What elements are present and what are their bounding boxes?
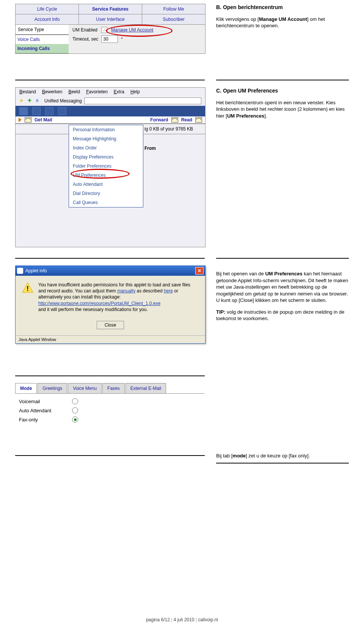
tab-follow-me[interactable]: Follow Me	[142, 4, 205, 14]
menu-display-preferences[interactable]: Display Preferences	[69, 152, 143, 162]
separator-applet-left	[15, 375, 205, 376]
menu-bewerken[interactable]: Bewerken	[42, 89, 62, 94]
tab-mode[interactable]: Mode	[15, 383, 37, 393]
get-mail-button[interactable]: Get Mail	[35, 117, 52, 123]
tab-faxes[interactable]: Faxes	[102, 383, 125, 393]
separator-mode-right	[216, 463, 349, 463]
mail-icon[interactable]	[45, 107, 53, 115]
text-c-2: ].	[264, 113, 267, 119]
mode-options: Voicemail Auto Attendant Fax-only	[15, 394, 205, 427]
section-c-title: C. Open UM Preferences	[216, 87, 349, 94]
applet-title: Applet info	[25, 268, 47, 273]
manually-link[interactable]: manually	[117, 288, 135, 294]
menu-beeld[interactable]: Beeld	[68, 89, 80, 94]
menu-favorieten[interactable]: Favorieten	[86, 89, 108, 94]
menu-personal-information[interactable]: Personal Information	[69, 125, 143, 134]
opt-auto-attendant-label: Auto Attendant	[19, 408, 61, 413]
shot-tabs: Life Cycle Service Features Follow Me Ac…	[15, 4, 206, 54]
radio-fax-only[interactable]	[72, 416, 78, 423]
columns-icon[interactable]	[58, 107, 66, 115]
download-url-link[interactable]: http://www.portaone.com/resources/PortaU…	[38, 301, 160, 306]
radio-auto-attendant[interactable]	[72, 407, 78, 413]
voice-calls[interactable]: Voice Calls	[16, 35, 69, 44]
menu-help[interactable]: Help	[130, 89, 140, 94]
screenshot-um-account: Life Cycle Service Features Follow Me Ac…	[15, 4, 205, 54]
text-c-bold: UM Preferences	[227, 113, 264, 119]
menu-folder-preferences[interactable]: Folder Preferences	[69, 162, 143, 171]
window-close-button[interactable]: ✕	[195, 267, 204, 275]
separator-c-left	[15, 258, 205, 259]
applet-titlebar: Applet info ✕	[16, 266, 205, 276]
menu-auto-attendant[interactable]: Auto Attendant	[69, 180, 143, 189]
tab-voice-menu[interactable]: Voice Menu	[68, 383, 102, 393]
applet-explanation: Bij het openen van de UM Preferences kan…	[216, 266, 349, 327]
tab-service-features[interactable]: Service Features	[79, 4, 142, 14]
page-footer: pagina 6/12 | 4 juli 2010 | callvoip.nl	[0, 617, 364, 622]
tab-user-interface[interactable]: User Interface	[79, 14, 142, 24]
tip-label: TIP:	[216, 309, 226, 315]
um-enabled-label: UM Enabled	[72, 27, 97, 33]
service-type-label: Service Type	[16, 25, 69, 35]
tab-account-info[interactable]: Account Info	[16, 14, 79, 24]
expl-applet-1a: Bij het openen van de	[216, 271, 265, 277]
menu-message-highlighting[interactable]: Message Highlighting	[69, 134, 143, 143]
footer-date: 4 juli 2010	[174, 617, 195, 622]
footer-page: pagina 6/12	[146, 617, 170, 622]
envelope-icon	[171, 117, 178, 123]
mode-text-bold: mode	[232, 453, 246, 459]
home-icon[interactable]	[19, 107, 28, 115]
menu-call-queues[interactable]: Call Queues	[69, 198, 143, 207]
close-button[interactable]: Close	[97, 321, 124, 329]
service-settings: UM Enabled ✓ Manage UM Account Timeout, …	[69, 25, 205, 53]
menu-um-preferences[interactable]: UM Preferences	[69, 171, 143, 180]
tab-life-cycle[interactable]: Life Cycle	[16, 4, 79, 14]
service-type-col: Service Type Voice Calls Incoming Calls	[16, 25, 69, 53]
text-b-1: Klik vervolgens op [	[216, 16, 259, 22]
screenshot-applet-info: Applet info ✕ ! You have insufficient au…	[15, 266, 205, 344]
separator-c-right	[216, 258, 349, 259]
screenshot-um-preferences: Bestand Bewerken Beeld Favorieten Extra …	[15, 87, 205, 247]
separator-mode-left	[15, 455, 205, 456]
favorites-star-icon[interactable]: ★	[19, 98, 25, 104]
applet-msg-4: and it will perform the nesessary modifi…	[38, 307, 148, 312]
preferences-dropdown: Personal Information Message Highlightin…	[69, 125, 143, 207]
tab-subscriber[interactable]: Subscriber	[142, 14, 205, 24]
mode-text-1: Bij tab [	[216, 453, 232, 459]
tip-text: volg de instructies in de popup om deze …	[216, 309, 344, 322]
section-b-text: B. Open berichtencentrum Klik vervolgens…	[216, 4, 349, 34]
blue-toolbar	[16, 106, 205, 116]
tab-external-email[interactable]: External E-Mail	[126, 383, 166, 393]
read-button[interactable]: Read	[181, 117, 192, 123]
menu-extra[interactable]: Extra	[114, 89, 124, 94]
footer-site: callvoip.nl	[198, 617, 218, 622]
envelope-icon	[195, 117, 202, 123]
applet-window: Applet info ✕ ! You have insufficient au…	[15, 266, 206, 344]
java-icon	[17, 268, 23, 274]
applet-msg-2: as described	[135, 288, 164, 294]
timeout-label: Timeout, sec	[72, 36, 98, 42]
here-link[interactable]: here	[164, 288, 173, 294]
manage-um-link[interactable]: Manage UM Account	[111, 27, 153, 33]
mode-text-2: ] zet u de keuze op [fax only].	[246, 453, 310, 459]
um-enabled-checkbox[interactable]: ✓	[101, 27, 107, 33]
tab-greetings[interactable]: Greetings	[38, 383, 67, 393]
text-b-bold: Manage UM Account	[259, 16, 307, 22]
menu-bestand[interactable]: Bestand	[19, 89, 36, 94]
tabs-row2: Account Info User Interface Subscriber	[16, 14, 205, 25]
incoming-calls[interactable]: Incoming Calls	[16, 44, 69, 53]
radio-voicemail[interactable]	[72, 398, 78, 404]
address-input[interactable]	[84, 97, 201, 104]
java-applet-status: Java Applet Window	[16, 335, 205, 343]
menu-dial-directory[interactable]: Dial Directory	[69, 189, 143, 198]
ie-icon: e	[36, 98, 42, 104]
svg-text:!: !	[27, 285, 29, 292]
expl-applet-1b: UM Preferences	[265, 271, 302, 277]
section-b-title: B. Open berichtencentrum	[216, 4, 349, 11]
contact-icon[interactable]	[32, 107, 41, 115]
forward-button[interactable]: Forward	[150, 117, 168, 123]
menu-index-order[interactable]: Index Order	[69, 143, 143, 152]
separator-b-right	[216, 80, 349, 80]
timeout-input[interactable]: 30	[101, 35, 118, 43]
add-favorite-icon[interactable]: ✚	[28, 98, 34, 104]
opt-fax-only-label: Fax-only	[19, 417, 61, 423]
